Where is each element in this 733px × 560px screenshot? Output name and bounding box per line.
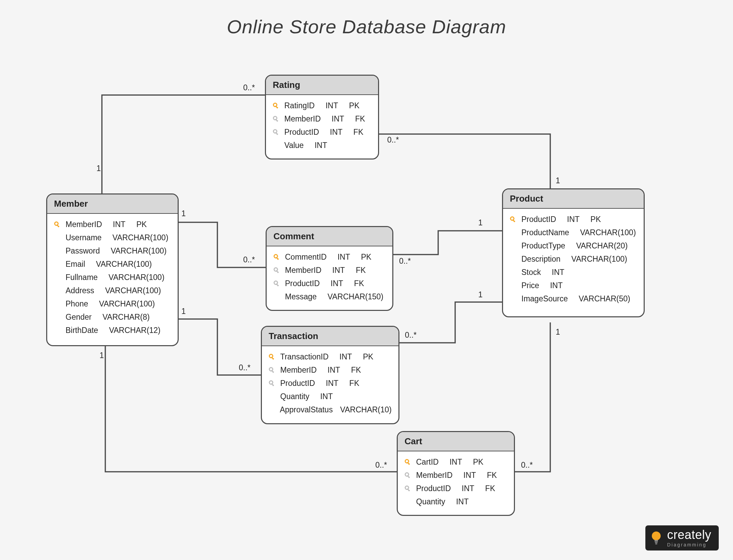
primary-key-icon bbox=[405, 459, 411, 466]
mult-member-rating-rating: 0..* bbox=[243, 83, 255, 92]
entity-product-header: Product bbox=[503, 189, 644, 209]
foreign-key-icon bbox=[405, 485, 411, 492]
field-row: MemberIDINTFK bbox=[273, 112, 371, 126]
mult-transaction-product-transaction: 0..* bbox=[405, 331, 417, 340]
field-name: Password bbox=[66, 246, 100, 256]
entity-member[interactable]: Member MemberIDINTPKUsernameVARCHAR(100)… bbox=[46, 193, 179, 346]
foreign-key-icon bbox=[269, 380, 275, 387]
field-row: MemberIDINTFK bbox=[405, 469, 507, 482]
no-key-icon bbox=[273, 142, 280, 149]
entity-product[interactable]: Product ProductIDINTPKProductNameVARCHAR… bbox=[502, 188, 645, 317]
mult-transaction-product-product: 1 bbox=[478, 290, 483, 299]
entity-rating-rows: RatingIDINTPK MemberIDINTFK ProductIDINT… bbox=[266, 95, 378, 157]
foreign-key-icon bbox=[273, 129, 280, 136]
entity-comment-rows: CommentIDINTPK MemberIDINTFK ProductIDIN… bbox=[267, 246, 392, 309]
field-name: Value bbox=[284, 141, 304, 150]
field-row: BirthDateVARCHAR(12) bbox=[54, 324, 171, 337]
field-name: Quantity bbox=[280, 392, 309, 401]
foreign-key-icon bbox=[273, 116, 280, 123]
entity-cart-header: Cart bbox=[398, 432, 514, 451]
field-type: INT bbox=[449, 458, 462, 467]
primary-key-icon bbox=[269, 354, 275, 360]
foreign-key-icon bbox=[405, 472, 411, 479]
field-name: MemberID bbox=[280, 366, 317, 375]
no-key-icon bbox=[54, 287, 61, 294]
primary-key-icon bbox=[273, 254, 280, 261]
field-key: FK bbox=[351, 366, 361, 375]
field-type: VARCHAR(100) bbox=[112, 233, 168, 242]
entity-transaction-header: Transaction bbox=[262, 327, 398, 346]
mult-member-comment-comment: 0..* bbox=[243, 255, 255, 264]
mult-rating-product-rating: 0..* bbox=[387, 135, 399, 145]
mult-comment-product-comment: 0..* bbox=[399, 257, 411, 266]
primary-key-icon bbox=[54, 221, 61, 228]
no-key-icon bbox=[510, 269, 517, 276]
field-key: PK bbox=[473, 458, 484, 467]
field-row: QuantityINT bbox=[405, 495, 507, 508]
no-key-icon bbox=[269, 393, 275, 400]
no-key-icon bbox=[54, 261, 61, 268]
field-type: INT bbox=[456, 497, 469, 506]
no-key-icon bbox=[54, 274, 61, 281]
mult-member-cart-member: 1 bbox=[100, 351, 104, 360]
field-name: Message bbox=[285, 292, 317, 301]
field-name: Address bbox=[66, 286, 94, 295]
field-name: RatingID bbox=[284, 101, 315, 110]
field-type: INT bbox=[315, 141, 327, 150]
field-row: PriceINT bbox=[510, 279, 637, 292]
field-type: INT bbox=[326, 379, 338, 388]
field-key: PK bbox=[349, 101, 360, 110]
no-key-icon bbox=[273, 294, 280, 300]
field-name: BirthDate bbox=[66, 326, 98, 335]
field-type: VARCHAR(100) bbox=[111, 246, 166, 256]
entity-comment-header: Comment bbox=[267, 227, 392, 246]
field-name: ProductID bbox=[280, 379, 315, 388]
svg-rect-44 bbox=[655, 542, 658, 543]
field-name: Phone bbox=[66, 299, 88, 309]
entity-transaction[interactable]: Transaction TransactionIDINTPK MemberIDI… bbox=[261, 326, 399, 424]
no-key-icon bbox=[510, 296, 517, 302]
field-type: VARCHAR(100) bbox=[99, 299, 155, 309]
no-key-icon bbox=[510, 243, 517, 249]
field-type: VARCHAR(10) bbox=[340, 405, 392, 414]
field-type: VARCHAR(20) bbox=[576, 241, 628, 250]
field-key: PK bbox=[361, 253, 372, 262]
field-name: Email bbox=[66, 260, 85, 269]
entity-transaction-rows: TransactionIDINTPK MemberIDINTFK Product… bbox=[262, 346, 398, 422]
no-key-icon bbox=[54, 235, 61, 241]
no-key-icon bbox=[510, 229, 517, 236]
field-row: CommentIDINTPK bbox=[273, 250, 386, 264]
field-name: MemberID bbox=[285, 266, 321, 275]
svg-rect-45 bbox=[655, 543, 657, 544]
entity-product-rows: ProductIDINTPKProductNameVARCHAR(100)Pro… bbox=[503, 209, 644, 311]
field-type: VARCHAR(50) bbox=[579, 294, 630, 303]
logo-brand: creately bbox=[667, 529, 711, 541]
field-row: MemberIDINTFK bbox=[273, 264, 386, 277]
entity-comment[interactable]: Comment CommentIDINTPK MemberIDINTFK Pro… bbox=[266, 226, 393, 311]
field-name: Description bbox=[521, 255, 560, 264]
field-row: TransactionIDINTPK bbox=[269, 350, 392, 363]
entity-cart[interactable]: Cart CartIDINTPK MemberIDINTFK ProductID… bbox=[397, 431, 515, 516]
field-type: INT bbox=[550, 281, 562, 290]
field-type: VARCHAR(100) bbox=[580, 228, 636, 237]
field-type: INT bbox=[330, 279, 343, 288]
lightbulb-icon bbox=[650, 530, 662, 546]
mult-member-transaction-transaction: 0..* bbox=[239, 363, 251, 372]
field-type: VARCHAR(8) bbox=[103, 313, 150, 322]
field-type: VARCHAR(100) bbox=[571, 255, 627, 264]
field-key: PK bbox=[136, 220, 147, 229]
field-type: VARCHAR(100) bbox=[96, 260, 152, 269]
field-name: MemberID bbox=[284, 114, 321, 124]
field-type: INT bbox=[462, 484, 474, 493]
field-name: ProductID bbox=[284, 128, 319, 137]
field-row: ValueINT bbox=[273, 139, 371, 152]
entity-rating[interactable]: Rating RatingIDINTPK MemberIDINTFK Produ… bbox=[265, 75, 379, 160]
field-row: MessageVARCHAR(150) bbox=[273, 290, 386, 303]
field-name: MemberID bbox=[66, 220, 102, 229]
field-type: VARCHAR(100) bbox=[105, 286, 161, 295]
field-name: ProductID bbox=[285, 279, 320, 288]
no-key-icon bbox=[510, 256, 517, 263]
svg-point-42 bbox=[652, 531, 661, 540]
field-name: Stock bbox=[521, 268, 541, 277]
no-key-icon bbox=[510, 282, 517, 289]
